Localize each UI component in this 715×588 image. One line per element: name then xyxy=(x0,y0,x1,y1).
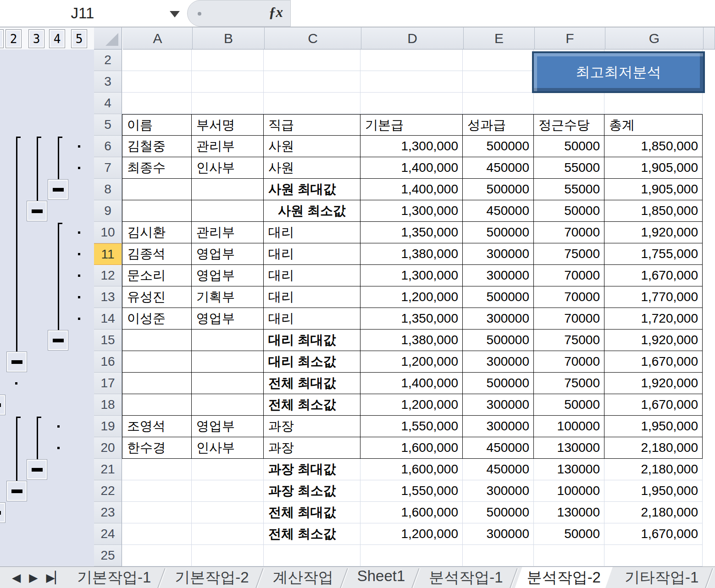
cell-C24[interactable]: 전체 최소값 xyxy=(264,523,360,545)
cell-D20[interactable]: 1,600,000 xyxy=(360,437,463,459)
row-header-2[interactable]: 2 xyxy=(94,49,122,71)
cell-B19[interactable]: 영업부 xyxy=(192,416,264,437)
outline-level-button-5[interactable]: 5 xyxy=(71,29,87,48)
name-box[interactable]: J11 xyxy=(0,0,165,27)
cell-A24[interactable] xyxy=(122,523,192,545)
cell-E15[interactable]: 500000 xyxy=(463,330,534,351)
cell-A12[interactable]: 문소리 xyxy=(122,265,192,286)
cell-F10[interactable]: 70000 xyxy=(534,222,604,243)
outline-collapse-button[interactable] xyxy=(0,502,6,523)
cell-D14[interactable]: 1,350,000 xyxy=(360,308,463,330)
cell-C23[interactable]: 전체 최대값 xyxy=(264,502,360,523)
cell-D25[interactable] xyxy=(360,545,463,566)
cell-C4[interactable] xyxy=(264,93,360,114)
row-header-14[interactable]: 14 xyxy=(94,308,122,330)
row-header-22[interactable]: 22 xyxy=(94,480,122,502)
row-header-15[interactable]: 15 xyxy=(94,330,122,351)
cell-F5[interactable]: 정근수당 xyxy=(534,114,604,136)
column-header-G[interactable]: G xyxy=(605,27,704,49)
sheet-tab-분석작업-1[interactable]: 분석작업-1 xyxy=(417,567,515,588)
cell-F18[interactable]: 50000 xyxy=(534,394,604,416)
row-header-16[interactable]: 16 xyxy=(94,351,122,373)
cell-G11[interactable]: 1,755,000 xyxy=(604,243,703,265)
outline-collapse-button[interactable] xyxy=(27,201,47,221)
next-sheet-button[interactable]: ▶ xyxy=(29,572,38,583)
cell-G25[interactable] xyxy=(604,545,703,566)
row-header-21[interactable]: 21 xyxy=(94,459,122,480)
cell-B6[interactable]: 관리부 xyxy=(192,136,264,157)
cell-E21[interactable]: 450000 xyxy=(463,459,534,480)
last-sheet-button[interactable]: ▶▏ xyxy=(46,572,63,583)
cell-E5[interactable]: 성과급 xyxy=(463,114,534,136)
outline-collapse-button[interactable] xyxy=(0,395,6,415)
cell-D19[interactable]: 1,550,000 xyxy=(360,416,463,437)
cell-B18[interactable] xyxy=(192,394,264,416)
row-header-8[interactable]: 8 xyxy=(94,179,122,200)
cell-D9[interactable]: 1,300,000 xyxy=(360,200,463,222)
cell-A18[interactable] xyxy=(122,394,192,416)
row-header-3[interactable]: 3 xyxy=(94,71,122,93)
cell-A6[interactable]: 김철중 xyxy=(122,136,192,157)
prev-sheet-button[interactable]: ◀ xyxy=(12,572,21,583)
sheet-tab-Sheet1[interactable]: Sheet1 xyxy=(345,567,417,588)
cell-C7[interactable]: 사원 xyxy=(264,157,360,179)
cell-D22[interactable]: 1,550,000 xyxy=(360,480,463,502)
cell-G15[interactable]: 1,920,000 xyxy=(604,330,703,351)
cell-C21[interactable]: 과장 최대값 xyxy=(264,459,360,480)
cell-A4[interactable] xyxy=(122,93,192,114)
cell-B3[interactable] xyxy=(192,71,264,93)
sheet-tab-분석작업-2[interactable]: 분석작업-2 xyxy=(515,567,613,588)
cell-D6[interactable]: 1,300,000 xyxy=(360,136,463,157)
cell-D2[interactable] xyxy=(360,49,463,71)
cell-B2[interactable] xyxy=(192,49,264,71)
cell-D3[interactable] xyxy=(360,71,463,93)
cell-A10[interactable]: 김시환 xyxy=(122,222,192,243)
name-box-dropdown-icon[interactable] xyxy=(170,11,180,17)
column-header-E[interactable]: E xyxy=(464,27,535,49)
row-header-24[interactable]: 24 xyxy=(94,523,122,545)
cell-G8[interactable]: 1,905,000 xyxy=(604,179,703,200)
row-header-11[interactable]: 11 xyxy=(94,243,122,265)
cell-C15[interactable]: 대리 최대값 xyxy=(264,330,360,351)
cell-F9[interactable]: 50000 xyxy=(534,200,604,222)
outline-collapse-button[interactable] xyxy=(6,481,27,501)
row-header-17[interactable]: 17 xyxy=(94,373,122,394)
cell-B8[interactable] xyxy=(192,179,264,200)
row-header-6[interactable]: 6 xyxy=(94,136,122,157)
cell-G22[interactable]: 1,950,000 xyxy=(604,480,703,502)
cell-D15[interactable]: 1,380,000 xyxy=(360,330,463,351)
row-header-7[interactable]: 7 xyxy=(94,157,122,179)
cell-B22[interactable] xyxy=(192,480,264,502)
cell-B4[interactable] xyxy=(192,93,264,114)
cell-C3[interactable] xyxy=(264,71,360,93)
cell-F20[interactable]: 130000 xyxy=(534,437,604,459)
sheet-tab-계산작업[interactable]: 계산작업 xyxy=(261,567,345,588)
cell-D13[interactable]: 1,200,000 xyxy=(360,286,463,308)
cell-B11[interactable]: 영업부 xyxy=(192,243,264,265)
cell-F15[interactable]: 75000 xyxy=(534,330,604,351)
cell-C18[interactable]: 전체 최소값 xyxy=(264,394,360,416)
outline-level-button-4[interactable]: 4 xyxy=(49,29,65,48)
cell-F21[interactable]: 130000 xyxy=(534,459,604,480)
cell-E10[interactable]: 500000 xyxy=(463,222,534,243)
cell-C2[interactable] xyxy=(264,49,360,71)
cell-C5[interactable]: 직급 xyxy=(264,114,360,136)
cell-B7[interactable]: 인사부 xyxy=(192,157,264,179)
row-header-23[interactable]: 23 xyxy=(94,502,122,523)
cell-C9[interactable]: 사원 최소값 xyxy=(264,200,360,222)
column-header-D[interactable]: D xyxy=(361,27,464,49)
cell-A13[interactable]: 유성진 xyxy=(122,286,192,308)
cell-C22[interactable]: 과장 최소값 xyxy=(264,480,360,502)
outline-collapse-button[interactable] xyxy=(48,179,68,200)
column-header-C[interactable]: C xyxy=(265,27,361,49)
cell-D11[interactable]: 1,380,000 xyxy=(360,243,463,265)
cell-G21[interactable]: 2,180,000 xyxy=(604,459,703,480)
cell-A2[interactable] xyxy=(122,49,192,71)
cell-E7[interactable]: 450000 xyxy=(463,157,534,179)
cell-D8[interactable]: 1,400,000 xyxy=(360,179,463,200)
column-header-A[interactable]: A xyxy=(123,27,193,49)
select-all-button[interactable] xyxy=(94,27,122,49)
cell-F22[interactable]: 100000 xyxy=(534,480,604,502)
cell-C16[interactable]: 대리 최소값 xyxy=(264,351,360,373)
cell-G7[interactable]: 1,905,000 xyxy=(604,157,703,179)
